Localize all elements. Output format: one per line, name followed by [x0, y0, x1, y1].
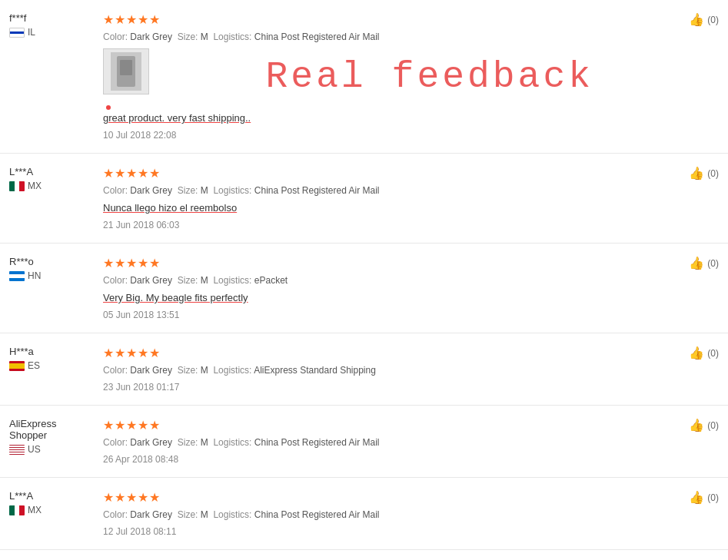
- star-icon: ★: [126, 490, 137, 505]
- color-label: Color:: [103, 365, 128, 376]
- star-icon: ★: [138, 418, 148, 432]
- color-value: Dark Grey: [130, 365, 172, 376]
- star-rating: ★★★★★: [103, 418, 671, 432]
- review-date: 05 Jun 2018 13:51: [103, 310, 671, 320]
- star-icon: ★: [126, 256, 137, 270]
- star-rating: ★★★★★: [103, 12, 671, 27]
- star-icon: ★: [138, 490, 148, 505]
- size-label: Size:: [178, 31, 198, 42]
- review-meta: Color: Dark Grey Size: M Logistics: Chin…: [103, 509, 671, 520]
- reviewer-info: L***AMX: [9, 490, 94, 515]
- review-list: Real feedbackf***fIL★★★★★Color: Dark Gre…: [0, 0, 728, 550]
- country-name: MX: [28, 505, 42, 515]
- reviewer-country: HN: [9, 270, 94, 281]
- color-value: Dark Grey: [130, 31, 172, 42]
- size-value: M: [201, 365, 208, 376]
- helpful-button[interactable]: 👍(0): [680, 418, 719, 432]
- logistics-value: ePacket: [254, 275, 288, 286]
- star-icon: ★: [138, 256, 148, 270]
- star-icon: ★: [103, 12, 114, 27]
- reviewer-info: L***AMX: [9, 166, 94, 191]
- helpful-button[interactable]: 👍(0): [680, 166, 719, 181]
- size-value: M: [201, 437, 208, 448]
- size-value: M: [201, 509, 208, 520]
- helpful-count: (0): [707, 492, 719, 503]
- size-value: M: [201, 31, 208, 42]
- star-icon: ★: [149, 12, 160, 27]
- star-icon: ★: [115, 12, 125, 27]
- thumbs-up-icon: 👍: [689, 256, 704, 270]
- review-image[interactable]: [103, 48, 149, 94]
- reviewer-info: H***aES: [9, 346, 94, 371]
- logistics-value: AliExpress Standard Shipping: [254, 365, 376, 376]
- logistics-label: Logistics:: [213, 437, 251, 448]
- country-name: IL: [28, 27, 35, 38]
- thumbs-up-icon: 👍: [689, 166, 704, 181]
- review-content: ★★★★★Color: Dark Grey Size: M Logistics:…: [94, 12, 680, 141]
- helpful-button[interactable]: 👍(0): [680, 346, 719, 360]
- color-value: Dark Grey: [130, 437, 172, 448]
- review-meta: Color: Dark Grey Size: M Logistics: ePac…: [103, 275, 671, 286]
- reviewer-info: f***fIL: [9, 12, 94, 38]
- size-value: M: [201, 275, 208, 286]
- helpful-count: (0): [707, 168, 719, 179]
- country-name: US: [28, 444, 41, 455]
- country-name: ES: [28, 360, 40, 371]
- star-icon: ★: [149, 346, 160, 360]
- review-date: 23 Jun 2018 01:17: [103, 382, 671, 393]
- size-label: Size:: [178, 509, 198, 520]
- thumbs-up-icon: 👍: [689, 418, 704, 432]
- star-icon: ★: [126, 12, 137, 27]
- star-icon: ★: [149, 490, 160, 505]
- helpful-button[interactable]: 👍(0): [680, 12, 719, 27]
- star-rating: ★★★★★: [103, 256, 671, 270]
- country-flag: [9, 505, 25, 515]
- star-icon: ★: [115, 256, 125, 270]
- reviewer-country: MX: [9, 505, 94, 515]
- size-label: Size:: [178, 437, 198, 448]
- color-value: Dark Grey: [130, 275, 172, 286]
- logistics-value: China Post Registered Air Mail: [254, 437, 380, 448]
- review-date: 10 Jul 2018 22:08: [103, 130, 671, 141]
- star-icon: ★: [103, 418, 114, 432]
- size-label: Size:: [178, 365, 198, 376]
- country-flag: [9, 445, 25, 455]
- helpful-count: (0): [707, 348, 719, 359]
- review-content: ★★★★★Color: Dark Grey Size: M Logistics:…: [94, 166, 680, 230]
- star-icon: ★: [149, 256, 160, 270]
- reviewer-name: AliExpress Shopper: [9, 418, 94, 441]
- reviewer-info: R***oHN: [9, 256, 94, 281]
- review-content: ★★★★★Color: Dark Grey Size: M Logistics:…: [94, 256, 680, 320]
- product-thumbnail: [111, 52, 141, 91]
- logistics-value: China Post Registered Air Mail: [254, 509, 380, 520]
- star-icon: ★: [115, 490, 125, 505]
- color-label: Color:: [103, 31, 128, 42]
- review-text: Very Big. My beagle fits perfectly: [103, 292, 671, 303]
- star-icon: ★: [138, 12, 148, 27]
- review-item: R***oHN★★★★★Color: Dark Grey Size: M Log…: [0, 244, 728, 333]
- review-date: 21 Jun 2018 06:03: [103, 220, 671, 230]
- star-icon: ★: [115, 346, 125, 360]
- helpful-count: (0): [707, 15, 719, 25]
- logistics-value: China Post Registered Air Mail: [254, 31, 380, 42]
- review-text: Nunca llego hizo el reembolso: [103, 202, 671, 214]
- star-icon: ★: [103, 166, 114, 181]
- star-icon: ★: [126, 346, 137, 360]
- logistics-label: Logistics:: [213, 185, 251, 196]
- color-value: Dark Grey: [130, 509, 172, 520]
- svg-rect-2: [120, 60, 132, 75]
- thumbs-up-icon: 👍: [689, 12, 704, 27]
- star-icon: ★: [149, 166, 160, 181]
- color-label: Color:: [103, 185, 128, 196]
- review-meta: Color: Dark Grey Size: M Logistics: AliE…: [103, 365, 671, 376]
- helpful-button[interactable]: 👍(0): [680, 256, 719, 270]
- star-icon: ★: [126, 418, 137, 432]
- thumbs-up-icon: 👍: [689, 490, 704, 505]
- color-value: Dark Grey: [130, 185, 172, 196]
- review-meta: Color: Dark Grey Size: M Logistics: Chin…: [103, 31, 671, 42]
- reviewer-name: R***o: [9, 256, 94, 267]
- logistics-label: Logistics:: [213, 275, 251, 286]
- reviewer-info: AliExpress ShopperUS: [9, 418, 94, 455]
- helpful-button[interactable]: 👍(0): [680, 490, 719, 505]
- review-item: H***aES★★★★★Color: Dark Grey Size: M Log…: [0, 333, 728, 406]
